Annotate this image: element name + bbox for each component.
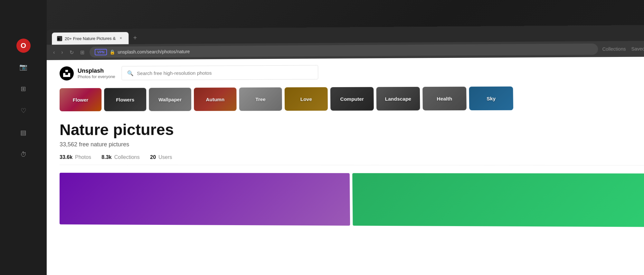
pill-label-flowers: Flowers: [116, 97, 134, 102]
category-wallpaper[interactable]: Wallpaper: [149, 88, 191, 111]
forward-button[interactable]: ›: [60, 48, 64, 57]
news-icon[interactable]: ▤: [18, 127, 29, 138]
lock-icon: 🔒: [109, 50, 115, 55]
unsplash-brand: Unsplash Photos for everyone: [60, 66, 115, 81]
vpn-badge[interactable]: VPN: [95, 49, 107, 55]
photo-thumb-1[interactable]: [60, 173, 350, 225]
category-flower[interactable]: Flower: [60, 88, 101, 111]
photo-strip: [60, 173, 644, 227]
unsplash-header: Unsplash Photos for everyone 🔍: [60, 63, 644, 80]
category-sky[interactable]: Sky: [469, 87, 513, 110]
stat-users-value: 20: [150, 154, 156, 160]
pill-label-landscape: Landscape: [385, 96, 412, 102]
stat-users[interactable]: 20 Users: [150, 154, 172, 165]
stat-collections-value: 8.3k: [101, 154, 111, 160]
page-heading: Nature pictures 33,562 free nature pictu…: [60, 121, 644, 148]
grid-view-button[interactable]: ⊞: [79, 48, 86, 57]
stat-users-label: Users: [158, 154, 172, 160]
stat-photos[interactable]: 33.6k Photos: [60, 154, 91, 165]
camera-icon[interactable]: 📷: [18, 61, 29, 73]
unsplash-logo: [60, 66, 74, 80]
photo-thumb-2[interactable]: [352, 173, 644, 227]
category-computer[interactable]: Computer: [330, 87, 374, 111]
opera-sidebar: O 📷 ⊞ ♡ ▤ ⏱: [0, 0, 47, 275]
tab-title: 20+ Free Nature Pictures &: [65, 36, 116, 41]
reload-button[interactable]: ↻: [68, 48, 75, 57]
pill-label-love: Love: [300, 96, 312, 102]
pill-label-health: Health: [437, 96, 452, 102]
category-health[interactable]: Health: [422, 87, 467, 110]
stat-collections[interactable]: 8.3k Collections: [101, 154, 139, 165]
unsplash-main: Unsplash Photos for everyone 🔍 Flower: [47, 57, 644, 275]
stats-bar: 33.6k Photos 8.3k Collections 20 Users: [60, 154, 644, 165]
saved-link[interactable]: Saved: [631, 46, 644, 52]
pill-label-computer: Computer: [340, 96, 364, 102]
category-love[interactable]: Love: [285, 87, 328, 111]
new-tab-button[interactable]: +: [130, 32, 140, 43]
page-title: Nature pictures: [60, 121, 644, 139]
opera-logo[interactable]: O: [16, 39, 31, 53]
history-icon[interactable]: ⏱: [18, 149, 29, 160]
search-bar[interactable]: 🔍: [122, 65, 318, 80]
collections-link[interactable]: Collections: [602, 46, 626, 52]
grid-icon[interactable]: ⊞: [18, 83, 29, 95]
browser-window: ● 20+ Free Nature Pictures & × + ‹ › ↻ ⊞…: [47, 25, 644, 275]
stat-collections-label: Collections: [114, 154, 140, 160]
pill-label-tree: Tree: [255, 96, 266, 102]
category-flowers[interactable]: Flowers: [104, 88, 146, 111]
search-icon: 🔍: [127, 70, 134, 76]
url-bar[interactable]: VPN 🔒 unsplash.com/search/photos/nature: [90, 43, 598, 58]
brand-tagline: Photos for everyone: [78, 74, 115, 79]
category-autumn[interactable]: Autumn: [194, 87, 237, 111]
category-landscape[interactable]: Landscape: [376, 87, 420, 111]
category-scroll: Flower Flowers Wallpaper Autumn Tree: [60, 86, 644, 111]
search-input[interactable]: [137, 69, 313, 76]
browser-actions: Collections Saved 111: [602, 46, 644, 52]
tab-favicon: ●: [57, 36, 62, 41]
pill-label-flower: Flower: [73, 97, 88, 102]
brand-name[interactable]: Unsplash: [78, 68, 115, 75]
pill-label-autumn: Autumn: [206, 96, 224, 102]
tab-close-button[interactable]: ×: [118, 36, 123, 41]
back-button[interactable]: ‹: [52, 48, 56, 57]
heart-icon[interactable]: ♡: [18, 105, 29, 116]
page-subtitle: 33,562 free nature pictures: [60, 141, 644, 148]
stat-photos-label: Photos: [75, 154, 91, 160]
stat-photos-value: 33.6k: [60, 154, 72, 160]
category-tree[interactable]: Tree: [239, 87, 282, 111]
active-tab[interactable]: ● 20+ Free Nature Pictures & ×: [52, 32, 128, 45]
content-area: Unsplash Photos for everyone 🔍 Flower: [47, 57, 644, 275]
brand-text: Unsplash Photos for everyone: [78, 68, 115, 79]
pill-label-sky: Sky: [487, 96, 496, 101]
pill-label-wallpaper: Wallpaper: [158, 96, 182, 102]
url-text[interactable]: unsplash.com/search/photos/nature: [118, 49, 190, 54]
